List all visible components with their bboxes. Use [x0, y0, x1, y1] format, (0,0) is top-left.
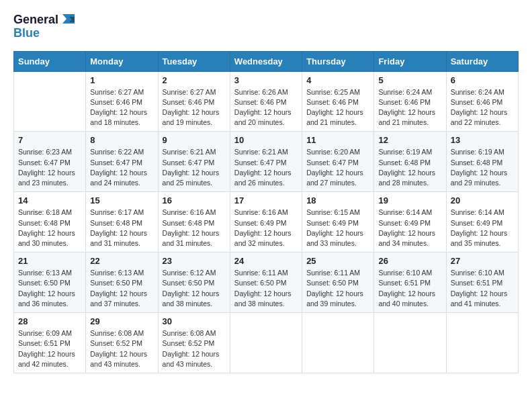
day-info: Sunrise: 6:26 AMSunset: 6:46 PMDaylight:…: [234, 87, 298, 128]
calendar-week-row: 14Sunrise: 6:18 AMSunset: 6:48 PMDayligh…: [14, 192, 519, 253]
calendar-cell: 23Sunrise: 6:12 AMSunset: 6:50 PMDayligh…: [158, 253, 230, 313]
calendar-cell: 8Sunrise: 6:22 AMSunset: 6:47 PMDaylight…: [86, 132, 158, 192]
day-info: Sunrise: 6:22 AMSunset: 6:47 PMDaylight:…: [90, 147, 153, 188]
logo-text: General Blue: [13, 13, 75, 40]
calendar-week-row: 21Sunrise: 6:13 AMSunset: 6:50 PMDayligh…: [14, 253, 519, 313]
day-info: Sunrise: 6:14 AMSunset: 6:49 PMDaylight:…: [378, 208, 441, 248]
calendar-body: 1Sunrise: 6:27 AMSunset: 6:46 PMDaylight…: [14, 71, 519, 373]
calendar-cell: 20Sunrise: 6:14 AMSunset: 6:49 PMDayligh…: [446, 192, 518, 253]
calendar-week-row: 7Sunrise: 6:23 AMSunset: 6:47 PMDaylight…: [14, 132, 519, 192]
calendar-cell: 17Sunrise: 6:16 AMSunset: 6:49 PMDayligh…: [230, 192, 302, 253]
page-header: General Blue: [13, 13, 519, 40]
day-number: 6: [451, 75, 514, 85]
calendar-cell: 30Sunrise: 6:08 AMSunset: 6:52 PMDayligh…: [158, 313, 230, 373]
day-info: Sunrise: 6:21 AMSunset: 6:47 PMDaylight:…: [234, 147, 298, 188]
calendar-cell: [374, 313, 446, 373]
day-info: Sunrise: 6:24 AMSunset: 6:46 PMDaylight:…: [451, 87, 514, 128]
calendar-week-row: 1Sunrise: 6:27 AMSunset: 6:46 PMDaylight…: [14, 71, 519, 132]
day-info: Sunrise: 6:15 AMSunset: 6:49 PMDaylight:…: [306, 208, 369, 248]
day-number: 3: [234, 75, 298, 85]
day-number: 30: [163, 316, 226, 326]
logo-chevron: [60, 14, 75, 26]
calendar-cell: 2Sunrise: 6:27 AMSunset: 6:46 PMDaylight…: [158, 71, 230, 132]
calendar-cell: 11Sunrise: 6:20 AMSunset: 6:47 PMDayligh…: [302, 132, 374, 192]
day-info: Sunrise: 6:20 AMSunset: 6:47 PMDaylight:…: [306, 147, 369, 188]
day-info: Sunrise: 6:08 AMSunset: 6:52 PMDaylight:…: [90, 328, 153, 369]
logo-blue: Blue: [13, 27, 40, 40]
day-of-week-header: Friday: [374, 51, 446, 71]
calendar-cell: [446, 313, 518, 373]
day-info: Sunrise: 6:10 AMSunset: 6:51 PMDaylight:…: [451, 268, 514, 309]
day-number: 11: [306, 135, 369, 145]
calendar-cell: 28Sunrise: 6:09 AMSunset: 6:51 PMDayligh…: [14, 313, 86, 373]
day-of-week-header: Sunday: [14, 51, 86, 71]
calendar-cell: 19Sunrise: 6:14 AMSunset: 6:49 PMDayligh…: [374, 192, 446, 253]
day-info: Sunrise: 6:27 AMSunset: 6:46 PMDaylight:…: [163, 87, 226, 128]
day-number: 12: [378, 135, 441, 145]
calendar-cell: [14, 71, 86, 132]
day-info: Sunrise: 6:16 AMSunset: 6:48 PMDaylight:…: [163, 208, 226, 248]
day-of-week-header: Wednesday: [230, 51, 302, 71]
calendar-cell: 26Sunrise: 6:10 AMSunset: 6:51 PMDayligh…: [374, 253, 446, 313]
day-info: Sunrise: 6:19 AMSunset: 6:48 PMDaylight:…: [378, 147, 441, 188]
day-info: Sunrise: 6:14 AMSunset: 6:49 PMDaylight:…: [451, 208, 514, 248]
day-number: 18: [306, 195, 369, 205]
day-number: 19: [378, 195, 441, 205]
day-of-week-header: Monday: [86, 51, 158, 71]
calendar-cell: 27Sunrise: 6:10 AMSunset: 6:51 PMDayligh…: [446, 253, 518, 313]
day-number: 10: [234, 135, 298, 145]
day-info: Sunrise: 6:08 AMSunset: 6:52 PMDaylight:…: [163, 328, 226, 369]
calendar-cell: [230, 313, 302, 373]
calendar-cell: 22Sunrise: 6:13 AMSunset: 6:50 PMDayligh…: [86, 253, 158, 313]
day-number: 20: [451, 195, 514, 205]
day-number: 25: [306, 256, 369, 266]
calendar-cell: [302, 313, 374, 373]
day-info: Sunrise: 6:13 AMSunset: 6:50 PMDaylight:…: [90, 268, 153, 309]
day-number: 1: [90, 75, 153, 85]
calendar-cell: 3Sunrise: 6:26 AMSunset: 6:46 PMDaylight…: [230, 71, 302, 132]
day-number: 17: [234, 195, 298, 205]
day-info: Sunrise: 6:13 AMSunset: 6:50 PMDaylight:…: [18, 268, 81, 309]
day-info: Sunrise: 6:17 AMSunset: 6:48 PMDaylight:…: [90, 208, 153, 248]
day-info: Sunrise: 6:09 AMSunset: 6:51 PMDaylight:…: [18, 328, 81, 369]
day-number: 4: [306, 75, 369, 85]
day-number: 13: [451, 135, 514, 145]
day-number: 5: [378, 75, 441, 85]
day-info: Sunrise: 6:21 AMSunset: 6:47 PMDaylight:…: [163, 147, 226, 188]
day-number: 8: [90, 135, 153, 145]
calendar-cell: 4Sunrise: 6:25 AMSunset: 6:46 PMDaylight…: [302, 71, 374, 132]
calendar-cell: 5Sunrise: 6:24 AMSunset: 6:46 PMDaylight…: [374, 71, 446, 132]
day-info: Sunrise: 6:24 AMSunset: 6:46 PMDaylight:…: [378, 87, 441, 128]
day-number: 16: [163, 195, 226, 205]
calendar-header-row: SundayMondayTuesdayWednesdayThursdayFrid…: [14, 51, 519, 71]
calendar-week-row: 28Sunrise: 6:09 AMSunset: 6:51 PMDayligh…: [14, 313, 519, 373]
day-info: Sunrise: 6:16 AMSunset: 6:49 PMDaylight:…: [234, 208, 298, 248]
day-number: 15: [90, 195, 153, 205]
day-of-week-header: Thursday: [302, 51, 374, 71]
day-info: Sunrise: 6:10 AMSunset: 6:51 PMDaylight:…: [378, 268, 441, 309]
calendar-table: SundayMondayTuesdayWednesdayThursdayFrid…: [13, 51, 519, 373]
day-info: Sunrise: 6:12 AMSunset: 6:50 PMDaylight:…: [163, 268, 226, 309]
calendar-cell: 6Sunrise: 6:24 AMSunset: 6:46 PMDaylight…: [446, 71, 518, 132]
day-number: 23: [163, 256, 226, 266]
day-number: 27: [451, 256, 514, 266]
calendar-cell: 21Sunrise: 6:13 AMSunset: 6:50 PMDayligh…: [14, 253, 86, 313]
day-info: Sunrise: 6:18 AMSunset: 6:48 PMDaylight:…: [18, 208, 81, 248]
calendar-cell: 15Sunrise: 6:17 AMSunset: 6:48 PMDayligh…: [86, 192, 158, 253]
calendar-cell: 16Sunrise: 6:16 AMSunset: 6:48 PMDayligh…: [158, 192, 230, 253]
calendar-cell: 14Sunrise: 6:18 AMSunset: 6:48 PMDayligh…: [14, 192, 86, 253]
calendar-cell: 1Sunrise: 6:27 AMSunset: 6:46 PMDaylight…: [86, 71, 158, 132]
calendar-cell: 13Sunrise: 6:19 AMSunset: 6:48 PMDayligh…: [446, 132, 518, 192]
day-number: 29: [90, 316, 153, 326]
calendar-cell: 24Sunrise: 6:11 AMSunset: 6:50 PMDayligh…: [230, 253, 302, 313]
day-info: Sunrise: 6:23 AMSunset: 6:47 PMDaylight:…: [18, 147, 81, 188]
calendar-cell: 25Sunrise: 6:11 AMSunset: 6:50 PMDayligh…: [302, 253, 374, 313]
calendar-cell: 10Sunrise: 6:21 AMSunset: 6:47 PMDayligh…: [230, 132, 302, 192]
day-info: Sunrise: 6:11 AMSunset: 6:50 PMDaylight:…: [234, 268, 298, 309]
day-number: 22: [90, 256, 153, 266]
calendar-cell: 7Sunrise: 6:23 AMSunset: 6:47 PMDaylight…: [14, 132, 86, 192]
day-of-week-header: Saturday: [446, 51, 518, 71]
day-info: Sunrise: 6:27 AMSunset: 6:46 PMDaylight:…: [90, 87, 153, 128]
day-number: 9: [163, 135, 226, 145]
calendar-cell: 12Sunrise: 6:19 AMSunset: 6:48 PMDayligh…: [374, 132, 446, 192]
